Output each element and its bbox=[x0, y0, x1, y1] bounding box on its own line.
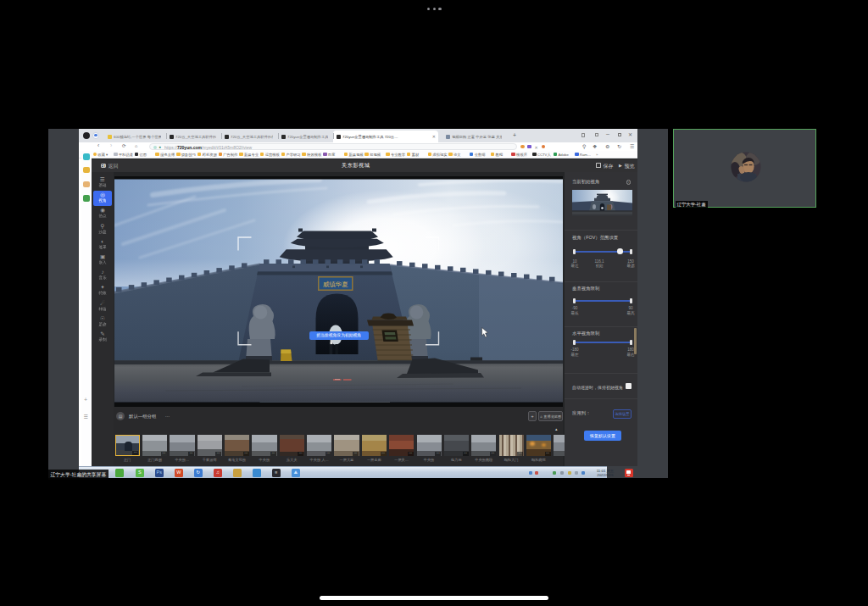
svg-text:威镇华夏: 威镇华夏 bbox=[322, 281, 348, 288]
